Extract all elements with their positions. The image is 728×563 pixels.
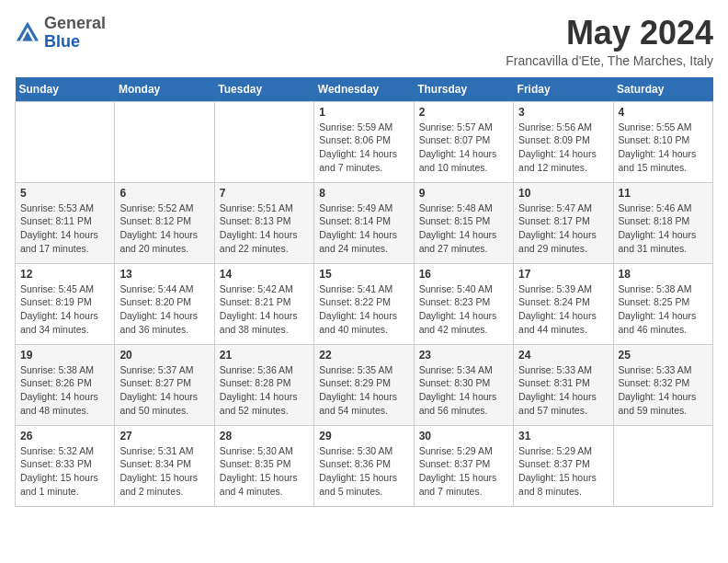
day-number: 23 (419, 349, 508, 362)
day-info: Sunrise: 5:38 AM Sunset: 8:26 PM Dayligh… (20, 363, 109, 418)
day-number: 26 (20, 430, 109, 442)
day-number: 22 (319, 349, 408, 362)
calendar-cell: 28Sunrise: 5:30 AM Sunset: 8:35 PM Dayli… (214, 425, 313, 506)
day-number: 10 (518, 187, 608, 200)
day-info: Sunrise: 5:35 AM Sunset: 8:29 PM Dayligh… (319, 363, 408, 418)
month-title: May 2024 (506, 15, 713, 52)
calendar-cell: 11Sunrise: 5:46 AM Sunset: 8:18 PM Dayli… (613, 182, 712, 263)
column-header-thursday: Thursday (414, 77, 513, 102)
calendar-cell: 26Sunrise: 5:32 AM Sunset: 8:33 PM Dayli… (16, 425, 115, 506)
calendar-cell: 10Sunrise: 5:47 AM Sunset: 8:17 PM Dayli… (514, 182, 613, 263)
logo-blue-text: Blue (44, 33, 106, 52)
day-number: 21 (220, 349, 309, 362)
day-info: Sunrise: 5:51 AM Sunset: 8:13 PM Dayligh… (220, 201, 309, 256)
day-number: 4 (619, 106, 708, 119)
day-number: 27 (119, 430, 209, 442)
calendar-cell (214, 101, 313, 182)
calendar-header-row: SundayMondayTuesdayWednesdayThursdayFrid… (16, 77, 713, 102)
day-info: Sunrise: 5:49 AM Sunset: 8:14 PM Dayligh… (319, 201, 408, 256)
day-info: Sunrise: 5:32 AM Sunset: 8:33 PM Dayligh… (20, 444, 109, 499)
calendar-week-row: 1Sunrise: 5:59 AM Sunset: 8:06 PM Daylig… (16, 101, 713, 182)
day-number: 1 (319, 106, 408, 119)
calendar-cell: 27Sunrise: 5:31 AM Sunset: 8:34 PM Dayli… (115, 425, 214, 506)
day-number: 17 (518, 268, 608, 281)
day-number: 24 (518, 349, 608, 362)
day-number: 6 (119, 187, 209, 200)
day-info: Sunrise: 5:33 AM Sunset: 8:31 PM Dayligh… (518, 363, 608, 418)
day-number: 14 (220, 268, 309, 281)
calendar-cell: 16Sunrise: 5:40 AM Sunset: 8:23 PM Dayli… (414, 263, 513, 344)
calendar-cell: 24Sunrise: 5:33 AM Sunset: 8:31 PM Dayli… (514, 344, 613, 425)
day-number: 18 (619, 268, 708, 281)
day-info: Sunrise: 5:57 AM Sunset: 8:07 PM Dayligh… (419, 121, 508, 175)
day-info: Sunrise: 5:44 AM Sunset: 8:20 PM Dayligh… (119, 282, 209, 337)
day-info: Sunrise: 5:56 AM Sunset: 8:09 PM Dayligh… (518, 121, 608, 175)
calendar-cell: 23Sunrise: 5:34 AM Sunset: 8:30 PM Dayli… (414, 344, 513, 425)
day-number: 29 (319, 430, 408, 442)
day-number: 11 (619, 187, 708, 200)
calendar-cell: 30Sunrise: 5:29 AM Sunset: 8:37 PM Dayli… (414, 425, 513, 506)
day-info: Sunrise: 5:59 AM Sunset: 8:06 PM Dayligh… (319, 121, 408, 175)
calendar-cell: 21Sunrise: 5:36 AM Sunset: 8:28 PM Dayli… (214, 344, 313, 425)
calendar-week-row: 12Sunrise: 5:45 AM Sunset: 8:19 PM Dayli… (16, 263, 713, 344)
day-number: 3 (518, 106, 608, 119)
calendar-cell: 25Sunrise: 5:33 AM Sunset: 8:32 PM Dayli… (613, 344, 712, 425)
calendar-cell: 7Sunrise: 5:51 AM Sunset: 8:13 PM Daylig… (214, 182, 313, 263)
day-number: 9 (419, 187, 508, 200)
day-info: Sunrise: 5:39 AM Sunset: 8:24 PM Dayligh… (518, 282, 608, 337)
calendar-cell: 19Sunrise: 5:38 AM Sunset: 8:26 PM Dayli… (16, 344, 115, 425)
day-info: Sunrise: 5:41 AM Sunset: 8:22 PM Dayligh… (319, 282, 408, 337)
day-info: Sunrise: 5:38 AM Sunset: 8:25 PM Dayligh… (619, 282, 708, 337)
calendar-table: SundayMondayTuesdayWednesdayThursdayFrid… (15, 77, 713, 507)
day-info: Sunrise: 5:42 AM Sunset: 8:21 PM Dayligh… (220, 282, 309, 337)
day-info: Sunrise: 5:30 AM Sunset: 8:36 PM Dayligh… (319, 444, 408, 499)
calendar-cell: 20Sunrise: 5:37 AM Sunset: 8:27 PM Dayli… (115, 344, 214, 425)
day-number: 28 (220, 430, 309, 442)
calendar-cell: 31Sunrise: 5:29 AM Sunset: 8:37 PM Dayli… (514, 425, 613, 506)
day-number: 31 (518, 430, 608, 442)
calendar-cell: 29Sunrise: 5:30 AM Sunset: 8:36 PM Dayli… (314, 425, 414, 506)
column-header-monday: Monday (115, 77, 214, 102)
calendar-cell (16, 101, 115, 182)
calendar-cell: 12Sunrise: 5:45 AM Sunset: 8:19 PM Dayli… (16, 263, 115, 344)
day-info: Sunrise: 5:47 AM Sunset: 8:17 PM Dayligh… (518, 201, 608, 256)
day-info: Sunrise: 5:48 AM Sunset: 8:15 PM Dayligh… (419, 201, 508, 256)
calendar-cell (613, 425, 712, 506)
column-header-tuesday: Tuesday (214, 77, 313, 102)
day-number: 8 (319, 187, 408, 200)
calendar-cell: 5Sunrise: 5:53 AM Sunset: 8:11 PM Daylig… (16, 182, 115, 263)
day-number: 16 (419, 268, 508, 281)
day-number: 19 (20, 349, 109, 362)
day-info: Sunrise: 5:40 AM Sunset: 8:23 PM Dayligh… (419, 282, 508, 337)
day-info: Sunrise: 5:29 AM Sunset: 8:37 PM Dayligh… (419, 444, 508, 499)
column-header-saturday: Saturday (613, 77, 712, 102)
calendar-cell: 17Sunrise: 5:39 AM Sunset: 8:24 PM Dayli… (514, 263, 613, 344)
day-number: 13 (119, 268, 209, 281)
day-number: 15 (319, 268, 408, 281)
day-number: 7 (220, 187, 309, 200)
calendar-cell (115, 101, 214, 182)
column-header-friday: Friday (514, 77, 613, 102)
day-info: Sunrise: 5:33 AM Sunset: 8:32 PM Dayligh… (619, 363, 708, 418)
page-header: General Blue May 2024 Francavilla d'Ete,… (15, 15, 713, 68)
day-info: Sunrise: 5:45 AM Sunset: 8:19 PM Dayligh… (20, 282, 109, 337)
day-info: Sunrise: 5:36 AM Sunset: 8:28 PM Dayligh… (220, 363, 309, 418)
title-block: May 2024 Francavilla d'Ete, The Marches,… (506, 15, 713, 68)
column-header-wednesday: Wednesday (314, 77, 414, 102)
day-info: Sunrise: 5:30 AM Sunset: 8:35 PM Dayligh… (220, 444, 309, 499)
calendar-cell: 3Sunrise: 5:56 AM Sunset: 8:09 PM Daylig… (514, 101, 613, 182)
calendar-cell: 13Sunrise: 5:44 AM Sunset: 8:20 PM Dayli… (115, 263, 214, 344)
logo-icon (15, 20, 40, 46)
day-number: 30 (419, 430, 508, 442)
calendar-cell: 18Sunrise: 5:38 AM Sunset: 8:25 PM Dayli… (613, 263, 712, 344)
day-info: Sunrise: 5:46 AM Sunset: 8:18 PM Dayligh… (619, 201, 708, 256)
logo: General Blue (15, 15, 106, 52)
calendar-week-row: 19Sunrise: 5:38 AM Sunset: 8:26 PM Dayli… (16, 344, 713, 425)
calendar-week-row: 26Sunrise: 5:32 AM Sunset: 8:33 PM Dayli… (16, 425, 713, 506)
day-info: Sunrise: 5:53 AM Sunset: 8:11 PM Dayligh… (20, 201, 109, 256)
day-info: Sunrise: 5:52 AM Sunset: 8:12 PM Dayligh… (119, 201, 209, 256)
column-header-sunday: Sunday (16, 77, 115, 102)
day-info: Sunrise: 5:37 AM Sunset: 8:27 PM Dayligh… (119, 363, 209, 418)
calendar-cell: 4Sunrise: 5:55 AM Sunset: 8:10 PM Daylig… (613, 101, 712, 182)
logo-general-text: General (44, 15, 106, 33)
